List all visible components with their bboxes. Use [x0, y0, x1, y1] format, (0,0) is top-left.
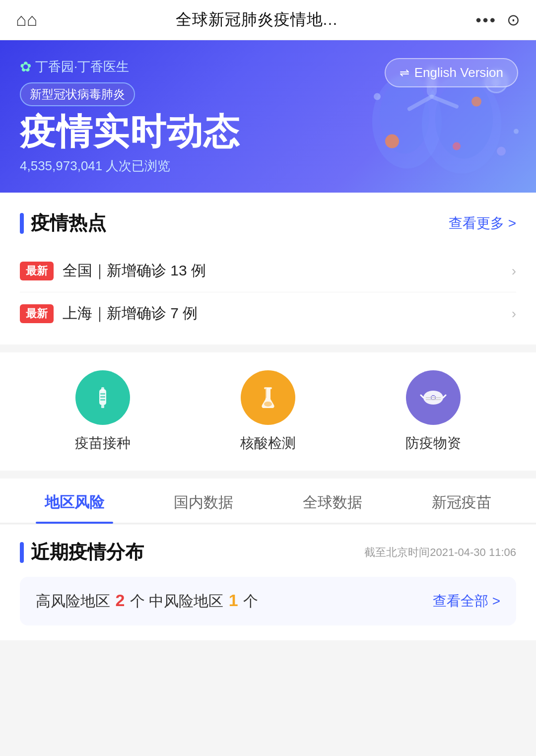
- nucleic-icon-wrap: [241, 370, 295, 425]
- hero-banner: ⚙ ✿ 丁香园·丁香医生 新型冠状病毒肺炎 疫情实时动态 4,535,973,0…: [0, 40, 536, 193]
- supplies-label: 防疫物资: [405, 434, 461, 453]
- svg-rect-17: [101, 405, 104, 408]
- hero-tag: 新型冠状病毒肺炎: [20, 82, 135, 106]
- svg-rect-16: [101, 387, 104, 391]
- hero-subtitle: 4,535,973,041 人次已浏览: [20, 157, 516, 175]
- hotspot-section: 疫情热点 查看更多 > 最新 全国｜新增确诊 13 例 › 最新 上海｜新增确诊…: [0, 193, 536, 344]
- distribution-title-wrap: 近期疫情分布: [20, 540, 144, 565]
- quick-item-nucleic[interactable]: 核酸检测: [240, 370, 296, 453]
- vaccine-label: 疫苗接种: [75, 434, 131, 453]
- svg-rect-18: [100, 393, 105, 395]
- tab-global-data[interactable]: 全球数据: [268, 479, 397, 523]
- mask-icon: [420, 384, 447, 411]
- risk-text-mid: 个 中风险地区: [130, 593, 223, 609]
- nav-title: 全球新冠肺炎疫情地...: [176, 9, 338, 31]
- home-icon[interactable]: ⌂: [16, 9, 38, 30]
- english-btn-label: English Version: [414, 65, 503, 80]
- distribution-header: 近期疫情分布 截至北京时间2021-04-30 11:06: [20, 540, 516, 565]
- distribution-section: 近期疫情分布 截至北京时间2021-04-30 11:06 高风险地区 2 个 …: [0, 525, 536, 640]
- risk-summary-row[interactable]: 高风险地区 2 个 中风险地区 1 个 查看全部 >: [20, 577, 516, 625]
- tab-regional-risk[interactable]: 地区风险: [10, 479, 139, 523]
- vaccine-icon-wrap: [75, 370, 130, 425]
- high-risk-count: 2: [115, 591, 125, 610]
- logo-icon: ✿: [20, 59, 31, 75]
- tabs-section: 地区风险 国内数据 全球数据 新冠疫苗: [0, 479, 536, 524]
- nav-bar: ⌂ 全球新冠肺炎疫情地... ••• ⊙: [0, 0, 536, 40]
- hotspot-title-wrap: 疫情热点: [20, 210, 106, 236]
- tab-domestic-data[interactable]: 国内数据: [139, 479, 268, 523]
- view-all-link[interactable]: 查看全部 >: [433, 592, 500, 611]
- news-arrow-icon: ›: [512, 263, 516, 279]
- svg-point-8: [471, 97, 481, 107]
- svg-line-25: [421, 395, 423, 398]
- svg-line-6: [432, 97, 457, 107]
- news-arrow-icon: ›: [512, 306, 516, 322]
- news-badge-latest: 最新: [20, 304, 54, 323]
- supplies-icon-wrap: [406, 370, 461, 425]
- svg-rect-23: [266, 388, 267, 398]
- record-icon[interactable]: ⊙: [507, 10, 520, 29]
- vaccine-icon: [89, 384, 116, 411]
- quick-access-section: 疫苗接种 核酸检测: [0, 352, 536, 471]
- quick-item-vaccine[interactable]: 疫苗接种: [75, 370, 131, 453]
- svg-line-26: [443, 395, 446, 398]
- more-options-icon[interactable]: •••: [475, 11, 497, 29]
- news-text-0: 全国｜新增确诊 13 例: [63, 261, 506, 281]
- svg-point-22: [264, 402, 272, 407]
- risk-text-suffix: 个: [243, 593, 258, 609]
- nucleic-label: 核酸检测: [240, 434, 296, 453]
- mid-risk-count: 1: [229, 591, 238, 610]
- nucleic-icon: [255, 384, 281, 411]
- news-badge-latest: 最新: [20, 262, 54, 280]
- exchange-icon: ⇌: [400, 66, 409, 80]
- hotspot-header: 疫情热点 查看更多 >: [20, 210, 516, 236]
- dist-title-bar: [20, 542, 24, 563]
- english-version-button[interactable]: ⇌ English Version: [385, 58, 518, 87]
- svg-rect-21: [264, 387, 272, 389]
- news-item[interactable]: 最新 全国｜新增确诊 13 例 ›: [20, 250, 516, 292]
- title-bar-decoration: [20, 213, 24, 234]
- news-text-1: 上海｜新增确诊 7 例: [63, 303, 506, 324]
- distribution-title: 近期疫情分布: [31, 540, 144, 565]
- svg-rect-19: [100, 396, 105, 398]
- quick-item-supplies[interactable]: 防疫物资: [405, 370, 461, 453]
- hotspot-title: 疫情热点: [31, 210, 106, 236]
- svg-rect-20: [100, 399, 105, 401]
- svg-point-12: [374, 93, 381, 100]
- tab-covid-vaccine[interactable]: 新冠疫苗: [397, 479, 526, 523]
- risk-text-prefix: 高风险地区: [36, 593, 110, 609]
- distribution-time: 截至北京时间2021-04-30 11:06: [364, 545, 516, 560]
- svg-line-5: [409, 97, 432, 109]
- hotspot-more-link[interactable]: 查看更多 >: [449, 214, 516, 233]
- logo-text: 丁香园·丁香医生: [35, 58, 129, 75]
- risk-text-group: 高风险地区 2 个 中风险地区 1 个: [36, 591, 258, 612]
- tabs-row: 地区风险 国内数据 全球数据 新冠疫苗: [0, 479, 536, 524]
- news-item[interactable]: 最新 上海｜新增确诊 7 例 ›: [20, 292, 516, 335]
- hero-main-title: 疫情实时动态: [20, 112, 516, 151]
